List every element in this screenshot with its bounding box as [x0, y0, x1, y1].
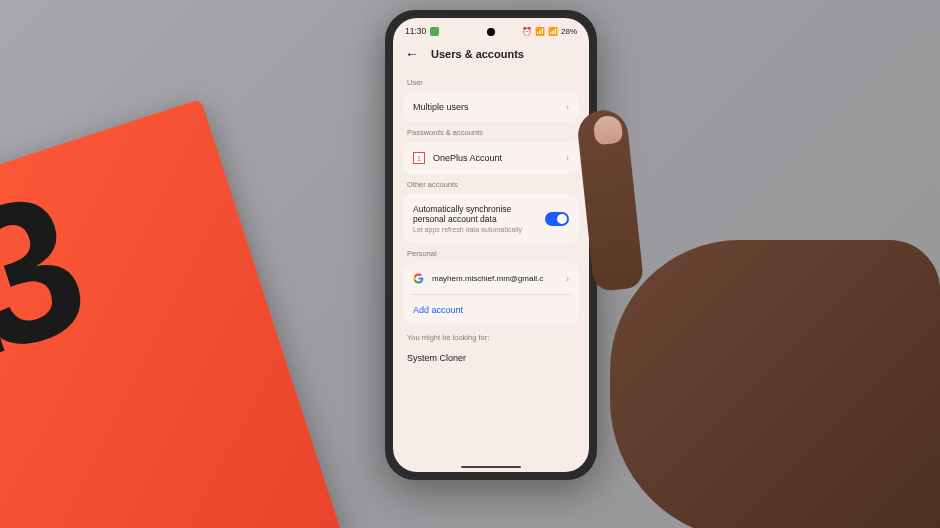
auto-sync-title: Automatically synchronise personal accou…: [413, 204, 545, 224]
add-account-label: Add account: [413, 305, 463, 315]
system-cloner-label: System Cloner: [407, 353, 466, 363]
section-label-personal: Personal: [407, 249, 575, 258]
system-cloner-row[interactable]: System Cloner: [403, 347, 579, 369]
screen: 11:30 ⏰ 📶 📶 28% ← Users & accounts User …: [393, 18, 589, 472]
add-account-button[interactable]: Add account: [403, 295, 579, 325]
personal-group: mayhem.mischief.mm@gmail.c › Add account: [403, 263, 579, 325]
chevron-right-icon: ›: [566, 274, 569, 284]
signal-icon: 📶: [548, 27, 558, 36]
auto-sync-subtitle: Let apps refresh data automatically: [413, 226, 545, 233]
battery-text: 28%: [561, 27, 577, 36]
auto-sync-toggle[interactable]: [545, 212, 569, 226]
google-account-row[interactable]: mayhem.mischief.mm@gmail.c ›: [403, 263, 579, 294]
alarm-icon: ⏰: [522, 27, 532, 36]
oneplus-account-label: OnePlus Account: [433, 153, 502, 163]
multiple-users-label: Multiple users: [413, 102, 469, 112]
home-indicator[interactable]: [461, 466, 521, 468]
section-label-passwords: Passwords & accounts: [407, 128, 575, 137]
section-label-other: Other accounts: [407, 180, 575, 189]
oneplus-icon: 1: [413, 152, 425, 164]
content-area: User Multiple users › Passwords & accoun…: [393, 78, 589, 369]
page-title: Users & accounts: [431, 48, 524, 60]
section-label-user: User: [407, 78, 575, 87]
oneplus-account-row[interactable]: 1 OnePlus Account ›: [403, 142, 579, 174]
google-icon: [413, 273, 424, 284]
wifi-icon: 📶: [535, 27, 545, 36]
google-account-email: mayhem.mischief.mm@gmail.c: [432, 274, 558, 283]
box-fragment: [851, 440, 940, 528]
product-box-text: 13: [0, 185, 81, 394]
product-box: 13: [0, 99, 343, 528]
chevron-right-icon: ›: [566, 102, 569, 112]
status-time: 11:30: [405, 26, 426, 36]
chevron-right-icon: ›: [566, 153, 569, 163]
page-header: ← Users & accounts: [393, 40, 589, 72]
status-indicator-icon: [430, 27, 439, 36]
multiple-users-row[interactable]: Multiple users ›: [403, 92, 579, 122]
auto-sync-row[interactable]: Automatically synchronise personal accou…: [403, 194, 579, 243]
back-button[interactable]: ←: [405, 46, 419, 62]
camera-hole: [487, 28, 495, 36]
phone-frame: 11:30 ⏰ 📶 📶 28% ← Users & accounts User …: [385, 10, 597, 480]
section-label-looking: You might be looking for:: [407, 333, 575, 342]
